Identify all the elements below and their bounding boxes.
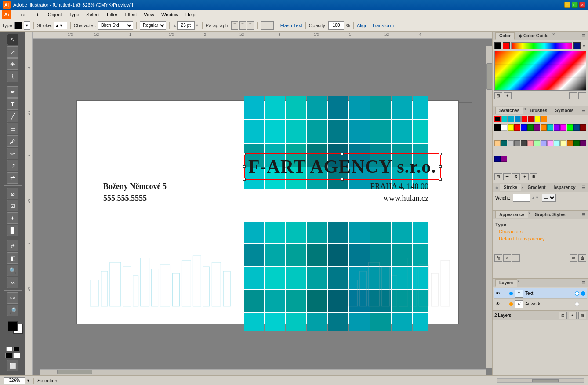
swatch-v[interactable] (554, 124, 560, 131)
change-screen-mode[interactable]: ⬜ (7, 360, 18, 371)
sel-handle-bl[interactable] (243, 178, 246, 181)
show-swatch-kinds-btn[interactable]: ☰ (503, 173, 511, 180)
align-right-btn[interactable]: ≡ (247, 21, 254, 30)
gradient-tool[interactable]: ◧ (7, 252, 18, 264)
swatch-db[interactable] (494, 156, 501, 162)
appearance-panel-options[interactable]: ☰ (582, 213, 585, 217)
menu-type[interactable]: Type (65, 11, 83, 18)
menu-help[interactable]: Help (182, 11, 199, 18)
new-swatch-btn2[interactable]: + (521, 173, 529, 180)
spectrum-icon[interactable]: ⊞ (494, 92, 502, 99)
foreground-color-well[interactable] (8, 321, 18, 331)
menu-effect[interactable]: Effect (121, 11, 140, 18)
menu-select[interactable]: Select (83, 11, 103, 18)
swatch-nb[interactable] (573, 124, 580, 131)
sel-handle-tm[interactable] (341, 153, 344, 155)
swatch-mg[interactable] (514, 140, 520, 146)
layer-target-artwork[interactable] (575, 302, 579, 306)
swatch-white[interactable] (501, 124, 507, 131)
swatch-ltt[interactable] (554, 140, 560, 146)
rotate-tool[interactable]: ↺ (7, 160, 18, 171)
layer-row-text[interactable]: 👁 T Text (494, 288, 587, 299)
tab-graphic-styles[interactable]: Graphic Styles (531, 211, 570, 218)
menu-view[interactable]: View (140, 11, 158, 18)
dark-blue-swatch[interactable] (573, 42, 581, 49)
rect-tool[interactable]: ▭ (7, 123, 18, 134)
duplicate-item-btn[interactable]: ⧉ (570, 254, 577, 262)
sel-handle-mr[interactable] (439, 165, 442, 168)
add-fill-btn[interactable]: ○ (503, 254, 511, 262)
swatch-t[interactable] (547, 124, 553, 131)
font-style-select[interactable]: Regular (140, 21, 166, 30)
tab-gradient[interactable]: Gradient (523, 184, 549, 191)
menu-object[interactable]: Object (44, 11, 65, 18)
selection-tool[interactable]: ↖ (7, 34, 18, 45)
warp-tool[interactable]: ⌀ (7, 188, 18, 199)
maximize-button[interactable]: □ (572, 2, 578, 8)
slice-tool[interactable]: ✂ (7, 292, 18, 304)
color-panel-options[interactable]: ☰ (582, 34, 585, 38)
swatch-pk[interactable] (560, 124, 566, 131)
swatch-lg[interactable] (567, 124, 573, 131)
line-tool[interactable]: ╱ (7, 111, 18, 122)
swatch-lty[interactable] (560, 140, 566, 146)
sel-handle-bm[interactable] (341, 178, 344, 181)
swatch-black[interactable] (494, 124, 501, 131)
horizontal-scrollbar[interactable] (40, 369, 486, 375)
color-gradient-strip[interactable] (511, 42, 572, 49)
sel-handle-tl[interactable] (243, 153, 246, 155)
sel-handle-tr[interactable] (439, 153, 442, 155)
add-fx-btn[interactable]: fx (494, 254, 502, 262)
paintbrush-tool[interactable]: 🖌 (7, 135, 18, 147)
sel-handle-ml[interactable] (243, 165, 246, 168)
red-swatch[interactable] (503, 42, 510, 49)
tab-symbols[interactable]: Symbols (551, 107, 577, 114)
swatch-dt[interactable] (501, 140, 507, 146)
tab-transparency[interactable]: hsparency (550, 184, 580, 191)
pen-tool[interactable]: ✒ (7, 86, 18, 98)
del-layer-btn[interactable]: 🗑 (578, 312, 586, 319)
swatch-ltg[interactable] (508, 140, 514, 146)
sel-handle-br[interactable] (439, 178, 442, 181)
menu-filter[interactable]: Filter (103, 11, 121, 18)
stroke-panel-options[interactable]: ☰ (582, 185, 585, 190)
layers-tab-close[interactable]: × (517, 279, 519, 287)
tab-color-guide[interactable]: ◆ Color Guide (515, 32, 552, 40)
tab-color[interactable]: Color (495, 32, 515, 40)
font-size-input[interactable] (177, 21, 195, 30)
menu-window[interactable]: Window (158, 11, 182, 18)
swatch-orange[interactable] (541, 116, 547, 122)
free-transform-tool[interactable]: ⊡ (7, 200, 18, 211)
swatch-dp[interactable] (580, 140, 586, 146)
swatch-ltblue[interactable] (508, 116, 514, 122)
del-item-btn[interactable]: 🗑 (578, 254, 586, 262)
doc-scroll-thumb[interactable] (532, 379, 559, 382)
swatch-ltpk[interactable] (547, 140, 553, 146)
swatch-sk[interactable] (494, 140, 501, 146)
paragraph-options-btn[interactable] (261, 21, 274, 30)
lasso-tool[interactable]: ⌇ (7, 71, 18, 82)
column-graph-tool[interactable]: ▊ (7, 225, 18, 236)
zoom-dropdown-arrow[interactable]: ▼ (26, 378, 30, 383)
delete-swatch-btn[interactable] (578, 92, 586, 99)
doc-scroll-indicator[interactable] (497, 378, 584, 383)
swatches-panel-options[interactable]: ☰ (582, 109, 585, 113)
current-swatch-fg[interactable] (494, 116, 501, 122)
mesh-tool[interactable]: # (7, 240, 18, 251)
symbol-sprayer-tool[interactable]: ✦ (7, 212, 18, 224)
opacity-input[interactable] (328, 21, 344, 30)
del-swatch-btn[interactable]: 🗑 (530, 173, 537, 180)
swatch-options-btn[interactable]: ⚙ (512, 173, 520, 180)
add-stroke-btn[interactable]: □ (512, 254, 520, 262)
tab-brushes[interactable]: Brushes (526, 107, 551, 114)
new-swatch-btn[interactable] (569, 92, 577, 99)
type-color-well[interactable] (14, 22, 22, 29)
minimize-button[interactable]: − (564, 2, 570, 8)
close-button[interactable]: ✕ (579, 2, 585, 8)
stroke-weight-input[interactable] (513, 194, 530, 202)
swatch-o[interactable] (541, 124, 547, 131)
swatch-g[interactable] (527, 124, 534, 131)
tab-swatches[interactable]: Swatches (495, 107, 523, 114)
swatch-ltg2[interactable] (534, 140, 540, 146)
swatch-mr[interactable] (580, 124, 586, 131)
